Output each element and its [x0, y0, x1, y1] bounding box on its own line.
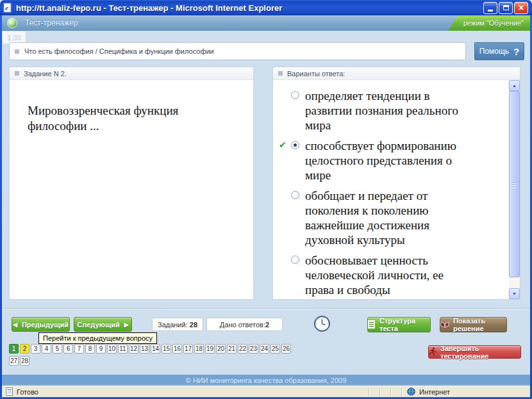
answer-option-text[interactable]: определяет тенденции в развитии познания…: [305, 88, 467, 133]
question-number-cell[interactable]: 13: [140, 344, 149, 354]
next-label: Следующий: [77, 321, 119, 329]
question-number-cell[interactable]: 5: [53, 344, 62, 354]
solution-book-icon: [440, 321, 449, 329]
answer-option-text[interactable]: обосновывает ценность человеческой лично…: [305, 253, 467, 297]
question-number-cell[interactable]: 10: [107, 344, 117, 354]
structure-label: Структура теста: [379, 317, 430, 332]
answer-option: определяет тенденции в развитии познания…: [277, 88, 490, 133]
answers-panel: Варианты ответа: определяет тенденции в …: [272, 67, 520, 300]
help-button[interactable]: Помощь ?: [474, 42, 524, 60]
answer-option: обосновывает ценность человеческой лично…: [277, 253, 490, 297]
question-number-cell[interactable]: 16: [172, 344, 182, 354]
answer-option-text[interactable]: способствует формированию целостного пре…: [305, 138, 467, 183]
bullet-square-icon: [15, 71, 19, 76]
answer-options: определяет тенденции в развитии познания…: [273, 80, 520, 297]
question-number-cell[interactable]: 21: [227, 344, 237, 354]
answer-radio[interactable]: [291, 141, 299, 149]
question-number-cell[interactable]: 3: [31, 344, 40, 354]
previous-label: Предыдущий: [22, 321, 69, 329]
scrollbar-thumb[interactable]: [509, 91, 520, 277]
question-number-cell[interactable]: 20: [216, 344, 226, 354]
clock-icon: [313, 315, 331, 335]
app-logo-icon: [7, 18, 17, 28]
arrow-right-icon: ▶: [124, 322, 129, 328]
show-solution-button[interactable]: Показать решение: [440, 317, 507, 332]
answered-label: Дано ответов:: [220, 321, 265, 329]
minimize-icon: [488, 10, 493, 12]
question-number-cell[interactable]: 28: [20, 356, 29, 366]
browser-window: e http://tt.analiz-fepo.ru - Тест-тренаж…: [0, 0, 532, 399]
copyright-text: © НИИ мониторинга качества образования, …: [186, 377, 347, 384]
question-number-cell[interactable]: 26: [281, 344, 291, 354]
status-separator: [379, 388, 380, 396]
internet-zone-text: Интернет: [419, 388, 450, 396]
answered-count: 2: [265, 321, 269, 329]
test-structure-button[interactable]: Структура теста: [367, 317, 431, 332]
question-number-cell[interactable]: 17: [183, 344, 193, 354]
question-number-cell[interactable]: 14: [151, 344, 160, 354]
status-bar: Готово Интернет: [2, 386, 530, 397]
question-number-cell[interactable]: 24: [260, 344, 269, 354]
breadcrumb-text: Что есть философия / Специфика и функции…: [24, 47, 214, 55]
correct-check-icon: [277, 88, 291, 133]
question-number-cell[interactable]: 25: [270, 344, 280, 354]
question-grid-row2: 27 28: [9, 356, 29, 366]
title-bar: e http://tt.analiz-fepo.ru - Тест-тренаж…: [0, 0, 532, 15]
answer-radio[interactable]: [291, 256, 299, 264]
scroll-down-button[interactable]: ▼: [509, 288, 520, 299]
minimize-button[interactable]: [483, 2, 497, 14]
answers-panel-header: Варианты ответа:: [273, 67, 520, 80]
svg-text:e: e: [5, 4, 8, 12]
previous-question-button[interactable]: ◀ Предыдущий: [12, 317, 70, 332]
next-question-button[interactable]: Следующий ▶: [74, 317, 132, 332]
question-number-cell[interactable]: 1: [9, 344, 19, 354]
status-text: Готово: [17, 388, 38, 396]
running-person-icon: [429, 347, 436, 357]
tasks-count-box: Заданий: 28: [152, 318, 203, 331]
question-number-cell[interactable]: 9: [96, 344, 106, 354]
finish-test-button[interactable]: Завершить тестирование: [428, 345, 521, 359]
answered-count-box: Дано ответов:2: [206, 318, 283, 331]
footer-bar: © НИИ мониторинга качества образования, …: [2, 375, 530, 386]
window-title: http://tt.analiz-fepo.ru - Тест-тренажер…: [16, 3, 483, 13]
close-button[interactable]: ×: [514, 2, 528, 14]
question-number-cell[interactable]: 2: [20, 344, 29, 354]
answer-option: ✔ способствует формированию целостного п…: [277, 138, 490, 183]
question-number-cell[interactable]: 22: [238, 344, 247, 354]
question-grid-row1: 1 2 3 4 5 6 7 8 9 10 11 12 13 14 15 16 1…: [9, 344, 291, 354]
question-text: Мировоззренческая функция философии ...: [10, 80, 202, 134]
question-number-cell[interactable]: 4: [42, 344, 51, 354]
status-separator: [390, 388, 391, 396]
ie-page-icon: e: [3, 3, 13, 13]
correct-check-icon: [277, 253, 291, 297]
question-number-cell[interactable]: 6: [63, 344, 73, 354]
status-separator: [369, 388, 369, 396]
tasks-label: Заданий:: [158, 321, 190, 329]
answer-option-text[interactable]: обобщает и передает от поколения к покол…: [305, 188, 467, 247]
question-number-cell[interactable]: 12: [129, 344, 138, 354]
bullet-square-icon: [278, 71, 283, 76]
question-number-cell[interactable]: 27: [9, 356, 19, 366]
answer-radio[interactable]: [291, 91, 299, 99]
main-area: Что есть философия / Специфика и функции…: [2, 31, 530, 375]
task-panel: Задание N 2. Мировоззренческая функция ф…: [9, 67, 254, 300]
scroll-up-button[interactable]: ▲: [509, 80, 520, 91]
question-number-cell[interactable]: 19: [205, 344, 215, 354]
question-number-cell[interactable]: 18: [194, 344, 204, 354]
restore-icon: [503, 5, 509, 10]
internet-globe-icon: [407, 387, 415, 397]
correct-check-icon: [277, 188, 291, 247]
toolbar-divider: [2, 308, 530, 310]
question-number-cell[interactable]: 23: [249, 344, 258, 354]
question-number-cell[interactable]: 7: [74, 344, 84, 354]
question-number-cell[interactable]: 11: [118, 344, 128, 354]
scrollbar[interactable]: ▲ ▼: [509, 80, 520, 299]
question-number-cell[interactable]: 15: [162, 344, 171, 354]
task-panel-title: Задание N 2.: [24, 70, 67, 77]
question-number-cell[interactable]: 8: [85, 344, 95, 354]
answers-body: определяет тенденции в развитии познания…: [273, 80, 520, 299]
window-border: [0, 15, 2, 399]
answer-radio[interactable]: [291, 191, 299, 199]
restore-button[interactable]: [499, 2, 513, 14]
correct-check-icon: ✔: [277, 138, 291, 183]
